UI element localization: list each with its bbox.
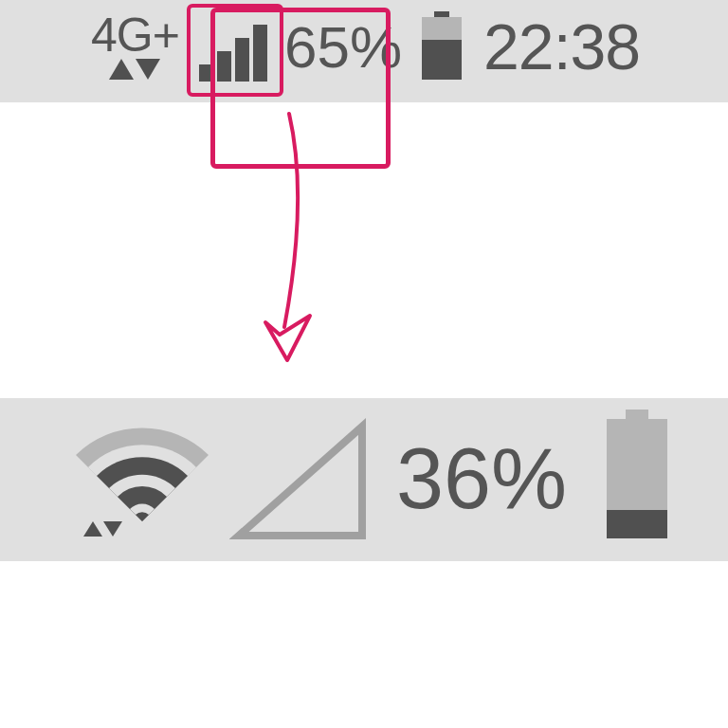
data-activity-icon (83, 521, 122, 540)
clock-label: 22:38 (483, 9, 640, 83)
network-type-label: 4G+ (91, 8, 179, 63)
battery-percent-label: 36% (396, 430, 567, 528)
battery-icon (422, 17, 462, 80)
cellular-signal-empty-icon (229, 417, 372, 545)
status-bar-bottom: 36% (0, 398, 728, 561)
data-activity-icon (109, 59, 160, 83)
battery-icon (607, 419, 667, 538)
annotation-highlight-box (210, 8, 391, 169)
